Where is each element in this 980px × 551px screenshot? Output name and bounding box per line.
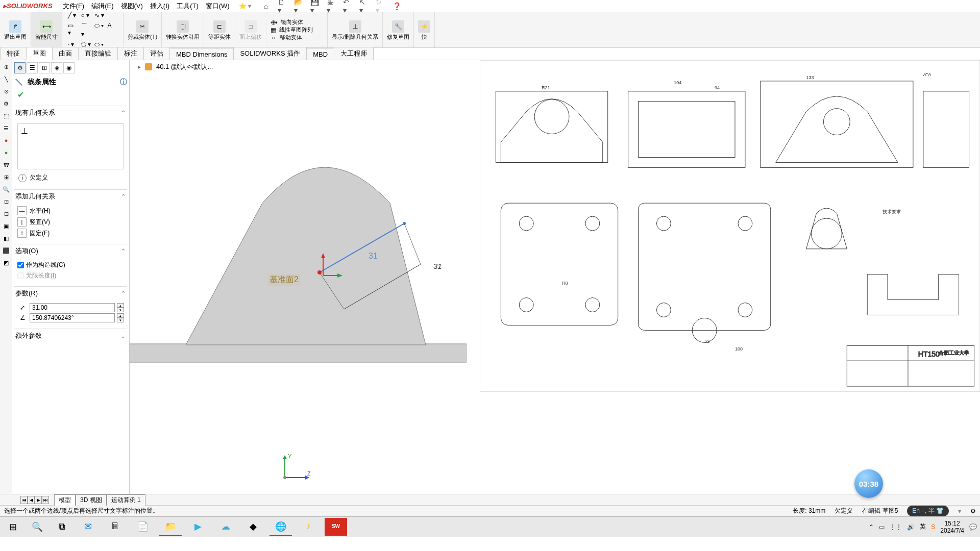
- rebuild-icon[interactable]: ↻ ▾: [376, 2, 385, 11]
- sogou-icon[interactable]: S: [931, 523, 935, 531]
- vt-icon-17[interactable]: ◩: [2, 258, 11, 267]
- rectangle-icon[interactable]: ▭ ▾: [68, 22, 78, 38]
- tab-features[interactable]: 特征: [0, 47, 27, 60]
- linear-pattern-icon[interactable]: ▦: [271, 27, 276, 34]
- select-icon[interactable]: ↖ ▾: [359, 2, 369, 11]
- status-options-icon[interactable]: ⚙: [970, 508, 976, 515]
- print-icon[interactable]: 🖶 ▾: [327, 2, 336, 11]
- convert-entities-button[interactable]: ⬚ 转换实体引用: [162, 12, 204, 47]
- tab-annotate[interactable]: 标注: [117, 47, 144, 60]
- system-clock[interactable]: 15:12 2024/7/4: [940, 520, 964, 534]
- tray-expand-icon[interactable]: ⌃: [869, 523, 874, 531]
- copilot-app[interactable]: ◆: [242, 518, 264, 536]
- move-icon[interactable]: ↔: [271, 34, 277, 41]
- arc-icon[interactable]: ⌒ ▾: [81, 22, 91, 38]
- appearance-tab[interactable]: ◈: [51, 62, 62, 73]
- ime-indicator[interactable]: 英: [920, 522, 926, 531]
- taskview-button[interactable]: ⧉: [52, 518, 71, 536]
- new-icon[interactable]: 🗋 ▾: [278, 2, 287, 11]
- construction-checkbox[interactable]: [17, 262, 24, 268]
- pattern-group[interactable]: ⟴镜向实体 ▦线性草图阵列 ↔移动实体: [266, 12, 328, 47]
- section-options[interactable]: 选项(O)⌃: [14, 244, 127, 258]
- graphics-canvas[interactable]: ▸ 40.1 (默认<<默认... 基准面2 31 31: [130, 60, 980, 494]
- tab-engineer[interactable]: 大工程师: [334, 47, 374, 60]
- tab-direct-edit[interactable]: 直接编辑: [78, 47, 118, 60]
- mail-app[interactable]: ✉: [77, 518, 99, 536]
- sheet-last[interactable]: ⏭: [42, 496, 49, 504]
- section-extra-params[interactable]: 额外参数⌄: [14, 329, 127, 342]
- tab-surfaces[interactable]: 曲面: [52, 47, 79, 60]
- music-app[interactable]: ♪: [297, 518, 320, 536]
- ime-pill[interactable]: En · , 半 👕: [907, 506, 949, 516]
- vt-icon-12[interactable]: ⊡: [2, 197, 11, 206]
- section-add-relations[interactable]: 添加几何关系⌃: [14, 190, 127, 203]
- tab-sketch[interactable]: 草图: [26, 47, 53, 60]
- mirror-icon[interactable]: ⟴: [271, 19, 278, 26]
- vt-icon-6[interactable]: ☰: [2, 123, 11, 133]
- notifications-icon[interactable]: 💬: [969, 523, 977, 531]
- vt-icon-9[interactable]: ₩: [2, 160, 11, 169]
- sheet-prev[interactable]: ◀: [28, 496, 35, 504]
- panel-help-icon[interactable]: ⓘ: [120, 78, 127, 87]
- vt-icon-14[interactable]: ▣: [2, 221, 11, 231]
- start-button[interactable]: ⊞: [3, 518, 22, 536]
- relations-button[interactable]: ⊥ 显示/删除几何关系: [328, 12, 383, 47]
- volume-icon[interactable]: 🔊: [907, 523, 915, 531]
- menu-file[interactable]: 文件(F): [63, 2, 85, 11]
- display-tab[interactable]: ⊞: [39, 62, 50, 73]
- config-tab[interactable]: ☰: [27, 62, 38, 73]
- length-spin-up[interactable]: ▴: [117, 303, 124, 308]
- property-tab[interactable]: ⚙: [14, 62, 26, 73]
- section-parameters[interactable]: 参数(R)⌃: [14, 287, 127, 300]
- vt-icon-5[interactable]: ⬚: [2, 111, 11, 120]
- line-icon[interactable]: ╱ ▾: [68, 12, 78, 19]
- vt-icon-4[interactable]: ⚙: [2, 99, 11, 108]
- vt-icon-1[interactable]: ⊕: [2, 62, 11, 71]
- help-icon[interactable]: ❓: [392, 2, 401, 11]
- vt-icon-13[interactable]: ⊟: [2, 209, 11, 218]
- vt-icon-7[interactable]: ●: [2, 136, 11, 145]
- vt-icon-3[interactable]: ⊙: [2, 87, 11, 96]
- horizontal-relation-button[interactable]: —水平(H): [17, 205, 124, 216]
- video-app[interactable]: ▶: [187, 518, 209, 536]
- datum-plane-label[interactable]: 基准面2: [267, 274, 301, 286]
- repair-sketch-button[interactable]: 🔧 修复草图: [383, 12, 414, 47]
- smart-dimension-button[interactable]: ⟷ 智能尺寸: [31, 12, 62, 47]
- confirm-ok-icon[interactable]: ✔: [17, 90, 24, 99]
- section-existing-relations[interactable]: 现有几何关系⌃: [14, 106, 127, 119]
- sheet-first[interactable]: ⏮: [20, 496, 28, 504]
- quick-button[interactable]: ⚡ 快: [414, 12, 435, 47]
- ellipse-icon[interactable]: ⬭ ▾: [94, 22, 105, 38]
- tab-mbd[interactable]: MBD: [306, 48, 334, 60]
- save-icon[interactable]: 💾 ▾: [310, 2, 320, 11]
- menu-edit[interactable]: 编辑(E): [91, 2, 113, 11]
- search-button[interactable]: 🔍: [28, 518, 47, 536]
- menu-insert[interactable]: 插入(I): [150, 2, 169, 11]
- relations-listbox[interactable]: ⊥: [17, 123, 124, 169]
- length-input[interactable]: [30, 303, 115, 312]
- vt-icon-11[interactable]: 🔍: [2, 185, 11, 194]
- home-icon[interactable]: ⌂: [261, 2, 271, 11]
- wifi-icon[interactable]: ⋮⋮: [890, 523, 902, 531]
- menu-window[interactable]: 窗口(W): [206, 2, 230, 11]
- text-icon[interactable]: A: [108, 22, 118, 38]
- edge-app[interactable]: 🌐: [270, 518, 292, 536]
- vertical-relation-button[interactable]: |竖直(V): [17, 216, 124, 228]
- tab-mbd-dim[interactable]: MBD Dimensions: [169, 48, 234, 60]
- render-tab[interactable]: ◉: [63, 62, 75, 73]
- sheet-tab-motion[interactable]: 运动算例 1: [107, 494, 145, 506]
- calculator-app[interactable]: 🖩: [104, 518, 127, 536]
- undo-icon[interactable]: ↶ ▾: [343, 2, 352, 11]
- tab-plugins[interactable]: SOLIDWORKS 插件: [233, 47, 307, 60]
- trim-button[interactable]: ✂ 剪裁实体(T): [124, 12, 162, 47]
- dimension-value[interactable]: 31: [433, 262, 442, 270]
- offset-entities-button[interactable]: ⊏ 等距实体: [204, 12, 235, 47]
- length-spin-down[interactable]: ▾: [117, 308, 124, 312]
- fix-relation-button[interactable]: ⟟固定(F): [17, 228, 124, 239]
- vt-icon-8[interactable]: ●: [2, 148, 11, 157]
- tab-evaluate[interactable]: 评估: [143, 47, 170, 60]
- explorer-app[interactable]: 📁: [159, 518, 182, 536]
- battery-icon[interactable]: ▭: [879, 523, 885, 531]
- angle-input[interactable]: [30, 313, 115, 322]
- angle-spin-down[interactable]: ▾: [117, 318, 124, 322]
